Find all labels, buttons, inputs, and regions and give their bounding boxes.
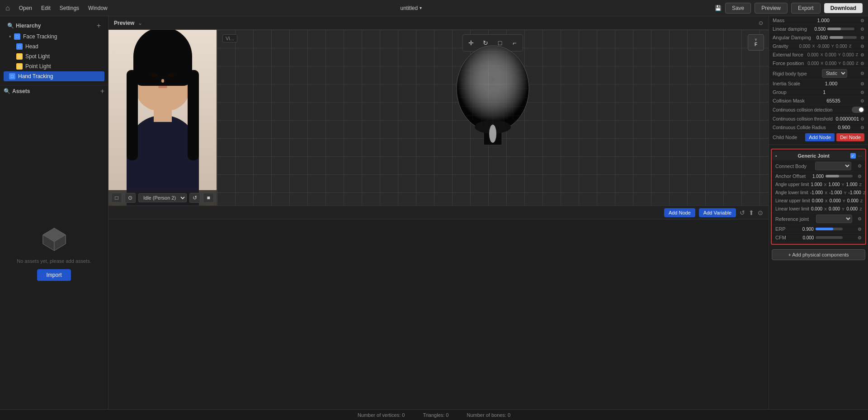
connect-body-settings[interactable]: ⚙ xyxy=(858,163,862,168)
head-3d-model xyxy=(448,43,538,170)
assets-header: 🔍 Assets + xyxy=(0,85,108,97)
menu-settings[interactable]: Settings xyxy=(60,5,79,11)
linear-damping-slider[interactable]: 0.500 xyxy=(814,27,854,32)
group-settings[interactable]: ⚙ xyxy=(860,90,864,95)
preview-collapse-icon[interactable]: ⌄ xyxy=(138,20,142,26)
export-button[interactable]: Export xyxy=(791,3,821,14)
menu-edit[interactable]: Edit xyxy=(41,5,51,11)
cfm-track[interactable] xyxy=(816,236,843,239)
linear-upper-limit-row: Linear upper limit 0.000 X 0.000 Y 0.000… xyxy=(772,197,865,205)
force-position-row: Force position 0.000 X 0.000 Y 0.000 Z ⚙ xyxy=(769,59,868,68)
sidebar-item-head[interactable]: □ Head xyxy=(4,42,104,51)
angle-lower-limit-row: Angle lower limit -1.000 X -1.000 Y -1.0… xyxy=(772,189,865,197)
anchor-offset-track[interactable] xyxy=(826,175,853,177)
angular-damping-settings[interactable]: ⚙ xyxy=(860,35,864,40)
cfm-value: 0.000 xyxy=(802,235,814,240)
ccd-toggle[interactable] xyxy=(852,107,864,113)
menu-window[interactable]: Window xyxy=(88,5,108,11)
add-node-button-right[interactable]: Add Node xyxy=(805,133,835,141)
vs-connections xyxy=(108,219,244,287)
anchor-offset-value: 1.000 xyxy=(812,174,824,179)
hierarchy-add-button[interactable]: + xyxy=(97,22,101,30)
angular-damping-label: Angular Damping xyxy=(773,35,811,40)
preview-stop-button[interactable]: ■ xyxy=(203,193,214,203)
spot-light-icon: ✦ xyxy=(16,53,23,60)
preview-refresh-button[interactable]: ↺ xyxy=(189,193,200,203)
angle-lower-limit-label: Angle lower limit xyxy=(775,190,808,195)
sidebar-item-face-tracking[interactable]: ▾ □ Face Tracking xyxy=(4,32,104,42)
vs-refresh-button[interactable]: ↺ xyxy=(740,209,745,216)
vs-canvas[interactable]: Start Next ▶ Screen Tap xyxy=(108,219,769,409)
gravity-xyz: 0.000 X -9.000 Y 0.000 Z xyxy=(799,44,851,49)
linear-lower-limit-row: Linear lower limit 0.000 X 0.000 Y 0.000… xyxy=(772,205,865,213)
sidebar-item-hand-tracking[interactable]: □ Hand Tracking xyxy=(4,71,104,81)
angular-damping-track[interactable] xyxy=(830,36,857,39)
add-physical-components-button[interactable]: + Add physical components xyxy=(772,249,865,260)
triangle-count: Triangles: 0 xyxy=(423,412,448,418)
home-icon[interactable]: ⌂ xyxy=(5,4,10,12)
force-position-settings[interactable]: ⚙ xyxy=(860,61,864,66)
angular-damping-slider[interactable]: 0.500 xyxy=(816,35,857,40)
erp-row: ERP 0.900 ⚙ xyxy=(772,225,865,233)
external-force-settings[interactable]: ⚙ xyxy=(860,52,864,57)
angle-lower-xyz: -1.000 X -1.000 Y -1.000 Z xyxy=(810,190,866,195)
cfm-label: CFM xyxy=(775,235,786,240)
gj-more-button[interactable]: ··· xyxy=(858,153,862,159)
erp-track[interactable] xyxy=(816,228,843,230)
sidebar-item-point-light[interactable]: ✦ Point Light xyxy=(4,61,104,71)
preview-circle-button[interactable]: ⊙ xyxy=(125,193,136,203)
preview-settings-icon[interactable]: ⊙ xyxy=(759,20,763,26)
linear-damping-settings[interactable]: ⚙ xyxy=(860,27,864,32)
hierarchy-section: 🔍 Hierarchy + ▾ □ Face Tracking □ Head ✦… xyxy=(0,16,108,85)
gravity-settings[interactable]: ⚙ xyxy=(860,44,864,49)
assets-add-button[interactable]: + xyxy=(100,87,104,95)
preview-button[interactable]: Preview xyxy=(755,3,788,14)
connect-body-select[interactable] xyxy=(815,162,851,170)
linear-lower-xyz: 0.000 X 0.000 Y 0.000 Z xyxy=(811,206,862,211)
cfm-row: CFM 0.000 ⚙ xyxy=(772,233,865,242)
gj-checkbox[interactable]: ✓ xyxy=(850,153,856,159)
title-chevron[interactable]: ▾ xyxy=(420,5,422,10)
svg-point-7 xyxy=(489,125,496,143)
ccd-radius-row: Continuous Collide Radius 0.900 ⚙ xyxy=(769,123,868,132)
rigid-body-type-settings[interactable]: ⚙ xyxy=(860,71,864,76)
collision-mask-settings[interactable]: ⚙ xyxy=(860,98,864,103)
anchor-offset-settings[interactable]: ⚙ xyxy=(858,174,862,179)
cfm-slider[interactable]: 0.000 xyxy=(802,235,843,240)
cfm-settings[interactable]: ⚙ xyxy=(858,235,862,240)
import-button[interactable]: Import xyxy=(37,269,71,281)
preview-rect-button[interactable]: □ xyxy=(111,193,122,203)
del-node-button[interactable]: Del Node xyxy=(836,133,864,141)
erp-slider[interactable]: 0.900 xyxy=(802,227,843,232)
anchor-offset-slider[interactable]: 1.000 xyxy=(812,174,853,179)
add-node-button[interactable]: Add Node xyxy=(664,208,695,217)
preview-header-left: Preview ⌄ xyxy=(114,20,142,26)
linear-upper-limit-label: Linear upper limit xyxy=(775,198,810,203)
linear-damping-label: Linear damping xyxy=(773,26,807,32)
linear-damping-track[interactable] xyxy=(827,28,854,30)
sidebar-item-spot-light[interactable]: ✦ Spot Light xyxy=(4,51,104,61)
mass-settings[interactable]: ⚙ xyxy=(860,18,864,23)
collision-mask-label: Collision Mask xyxy=(773,98,805,103)
rigid-body-type-select[interactable]: Static xyxy=(822,69,847,78)
save-button[interactable]: Save xyxy=(725,3,751,14)
mass-value: 1.000 xyxy=(817,18,830,23)
ccd-radius-settings[interactable]: ⚙ xyxy=(860,125,864,130)
add-variable-button[interactable]: Add Variable xyxy=(699,208,736,217)
menu-open[interactable]: Open xyxy=(19,5,32,11)
preview-3d-viewport[interactable]: ✛ ↻ □ ⌐ T F xyxy=(217,30,769,205)
tree-arrow: ▾ xyxy=(9,34,11,39)
center-area: Preview ⌄ ⊙ xyxy=(108,16,769,409)
angle-upper-limit-row: Angle upper limit 1.000 X 1.000 Y 1.000 … xyxy=(772,181,865,189)
preview-idle-select[interactable]: Idle (Person 2) xyxy=(138,193,187,202)
inertia-scale-row: Inertia Scale 1.000 ⚙ xyxy=(769,79,868,88)
reference-joint-settings[interactable]: ⚙ xyxy=(858,216,862,221)
inertia-scale-settings[interactable]: ⚙ xyxy=(860,81,864,86)
vs-settings-button[interactable]: ⊙ xyxy=(758,209,763,216)
reference-joint-select[interactable] xyxy=(816,215,852,223)
download-button[interactable]: Download xyxy=(824,3,863,13)
reference-joint-label: Reference joint xyxy=(775,216,809,222)
vs-export-button[interactable]: ⬆ xyxy=(749,209,754,216)
ccd-threshold-settings[interactable]: ⚙ xyxy=(860,117,864,121)
erp-settings[interactable]: ⚙ xyxy=(858,227,862,232)
